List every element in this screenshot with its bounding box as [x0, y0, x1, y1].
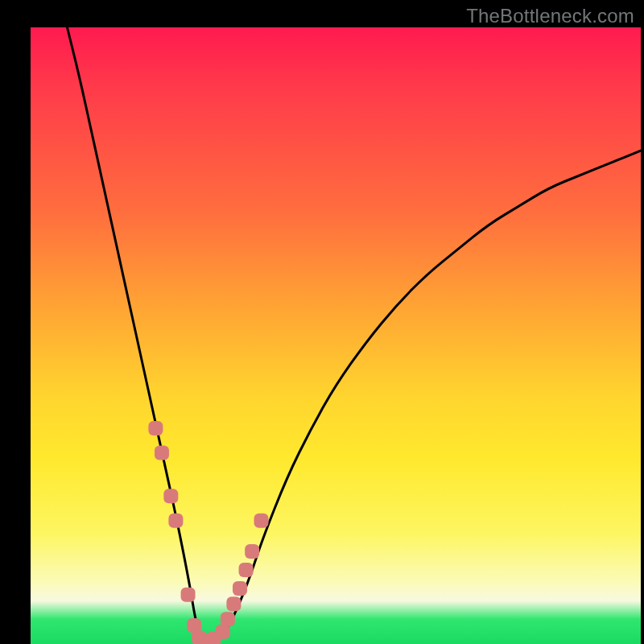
watermark-text: TheBottleneck.com — [466, 5, 634, 27]
curve-marker — [233, 581, 247, 596]
curve-marker — [168, 514, 183, 528]
curve-marker — [163, 489, 178, 503]
curve-svg — [31, 27, 641, 644]
plot-area — [31, 27, 641, 644]
bottleneck-curve — [67, 27, 641, 644]
curve-marker — [221, 612, 235, 626]
curve-marker — [239, 563, 254, 577]
curve-marker — [187, 618, 201, 633]
curve-marker — [254, 514, 269, 528]
curve-marker — [216, 625, 230, 639]
curve-marker — [226, 597, 241, 611]
chart-frame: TheBottleneck.com — [0, 0, 644, 644]
curve-marker — [148, 421, 163, 436]
curve-marker — [155, 446, 169, 460]
curve-marker — [245, 544, 259, 559]
curve-marker — [181, 588, 196, 602]
